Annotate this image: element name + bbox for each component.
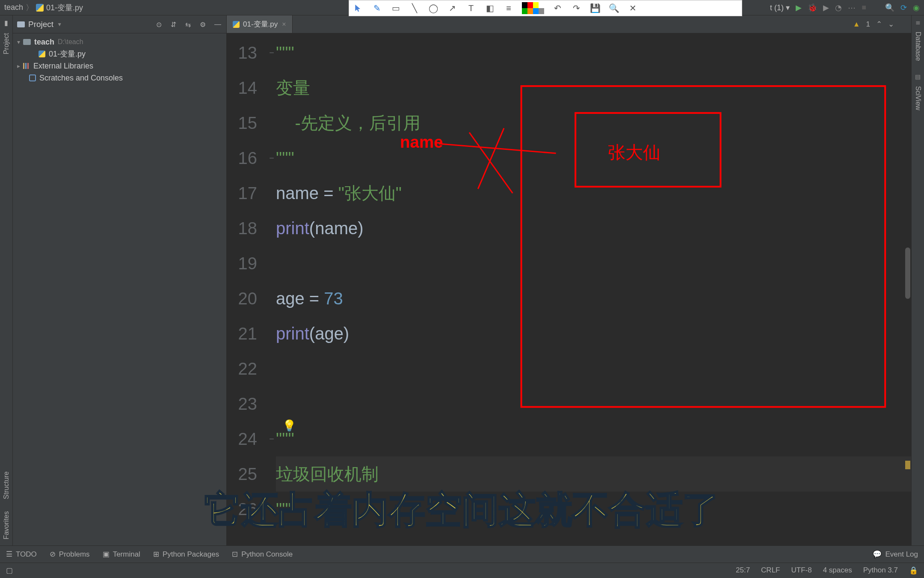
tree-root[interactable]: ▾ teach D:\teach — [13, 36, 226, 48]
hide-panel-icon[interactable]: — — [214, 21, 222, 28]
fold-column[interactable]: −−−− — [267, 33, 276, 545]
project-view-title[interactable]: Project — [28, 20, 53, 29]
code-content[interactable]: """变量 -先定义，后引用"""name = "张大仙"print(name)… — [276, 33, 911, 545]
run-with-coverage-icon[interactable]: ▶ — [823, 3, 829, 12]
close-tab-icon[interactable]: × — [282, 21, 286, 28]
folder-icon — [17, 21, 25, 27]
chevron-right-icon: 〉 — [26, 3, 33, 13]
status-bar: ▢ 25:7 CRLF UTF-8 4 spaces Python 3.7 🔒 — [0, 563, 924, 578]
code-area[interactable]: 1314151617181920212223242526 −−−− """变量 … — [227, 33, 911, 545]
save-icon[interactable]: 💾 — [589, 3, 601, 14]
lock-icon[interactable]: 🔒 — [909, 566, 918, 575]
status-position[interactable]: 25:7 — [736, 566, 750, 575]
python-file-icon — [38, 51, 45, 57]
event-log-button[interactable]: 💬Event Log — [873, 550, 918, 559]
editor: 01-变量.py × ▲ 1 ⌃ ⌄ 131415161718192021222… — [227, 15, 911, 545]
profile-icon[interactable]: ◔ — [835, 3, 842, 12]
run-icon[interactable]: ▶ — [796, 3, 802, 12]
search-everywhere-icon[interactable]: 🔍 — [885, 3, 894, 12]
update-icon[interactable]: ⟳ — [900, 3, 907, 12]
python-file-icon — [36, 4, 44, 12]
chevron-down-icon[interactable]: ▾ — [17, 39, 23, 45]
stroke-width-icon[interactable]: ≡ — [503, 3, 514, 14]
status-interpreter[interactable]: Python 3.7 — [863, 566, 898, 575]
problems-tool-button[interactable]: ⊘Problems — [50, 550, 90, 559]
database-tool-button[interactable]: Database — [914, 32, 922, 61]
video-subtitle: 它还占着内存空间这就不合适了 — [0, 485, 924, 535]
text-tool-icon[interactable]: T — [465, 3, 477, 14]
status-encoding[interactable]: UTF-8 — [791, 566, 812, 575]
project-tree[interactable]: ▾ teach D:\teach 01-变量.py ▸ External Lib… — [13, 33, 226, 86]
status-indent[interactable]: 4 spaces — [823, 566, 852, 575]
database-tool-icon[interactable]: ≣ — [915, 19, 921, 26]
line-gutter: 1314151617181920212223242526 — [227, 33, 267, 545]
project-panel: Project ▼ ⊙ ⇵ ⇆ ⚙ — ▾ teach D:\teach 01-… — [13, 15, 227, 545]
stop-icon[interactable]: ■ — [862, 3, 866, 12]
packages-icon: ⊞ — [153, 550, 159, 559]
tree-external-libs[interactable]: ▸ External Libraries — [13, 60, 226, 72]
chevron-down-icon[interactable]: ▼ — [57, 21, 62, 27]
folder-icon — [23, 39, 31, 45]
scrollbar-marker — [905, 461, 910, 469]
line-tool-icon[interactable]: ╲ — [409, 3, 420, 14]
left-tool-strip: ▮ Project Structure Favorites — [0, 15, 13, 545]
rect-tool-icon[interactable]: ▭ — [390, 3, 401, 14]
arrow-tool-icon[interactable]: ↗ — [447, 3, 458, 14]
chevron-up-icon[interactable]: ⌃ — [876, 20, 882, 29]
todo-icon: ☰ — [6, 550, 12, 559]
chevron-down-icon[interactable]: ⌄ — [888, 20, 894, 29]
library-icon — [23, 63, 30, 69]
console-icon: ⊡ — [232, 550, 238, 559]
event-log-icon: 💬 — [873, 550, 882, 559]
eraser-tool-icon[interactable]: ◧ — [484, 3, 495, 14]
todo-tool-button[interactable]: ☰TODO — [6, 550, 37, 559]
warning-count: 1 — [866, 20, 870, 29]
pen-tool-icon[interactable]: ✎ — [371, 3, 382, 14]
close-icon[interactable]: ✕ — [627, 3, 638, 14]
tree-file[interactable]: 01-变量.py — [13, 48, 226, 60]
bottom-tool-bar: ☰TODO ⊘Problems ▣Terminal ⊞Python Packag… — [0, 545, 924, 563]
project-panel-header: Project ▼ ⊙ ⇵ ⇆ ⚙ — — [13, 15, 226, 33]
intention-bulb-icon[interactable]: 💡 — [282, 419, 296, 432]
editor-tab[interactable]: 01-变量.py × — [227, 15, 293, 33]
right-tool-strip: ≣ Database ▤ SciView — [911, 15, 924, 545]
expand-all-icon[interactable]: ⇵ — [171, 21, 178, 28]
python-console-tool-button[interactable]: ⊡Python Console — [232, 550, 293, 559]
tool-window-quick-access-icon[interactable]: ▢ — [6, 566, 13, 575]
redo-icon[interactable]: ↷ — [571, 3, 582, 14]
cursor-tool-icon[interactable] — [352, 3, 364, 14]
python-file-icon — [233, 21, 240, 28]
ide-settings-icon[interactable]: ◉ — [913, 3, 920, 12]
inspections-widget[interactable]: ▲ 1 ⌃ ⌄ — [853, 20, 894, 29]
annotation-toolbar[interactable]: ✎ ▭ ╲ ◯ ↗ T ◧ ≡ ↶ ↷ 💾 🔍 ✕ — [349, 0, 742, 16]
scratches-icon — [29, 74, 36, 81]
scrollbar-thumb[interactable] — [905, 247, 910, 299]
sciview-tool-button[interactable]: SciView — [914, 86, 922, 110]
terminal-tool-button[interactable]: ▣Terminal — [103, 550, 140, 559]
breadcrumb-project[interactable]: teach — [4, 3, 23, 12]
circle-tool-icon[interactable]: ◯ — [428, 3, 439, 14]
debug-icon[interactable]: 🐞 — [808, 3, 817, 12]
sciview-tool-icon[interactable]: ▤ — [915, 73, 921, 80]
select-opened-file-icon[interactable]: ⊙ — [156, 21, 164, 28]
breadcrumb-file[interactable]: 01-变量.py — [46, 3, 83, 13]
run-config-selector[interactable]: t (1) ▾ — [770, 3, 790, 12]
undo-icon[interactable]: ↶ — [552, 3, 563, 14]
status-line-separator[interactable]: CRLF — [761, 566, 780, 575]
warning-icon: ▲ — [853, 20, 860, 29]
zoom-icon[interactable]: 🔍 — [608, 3, 619, 14]
tab-label: 01-变量.py — [243, 19, 278, 29]
color-palette[interactable] — [522, 2, 544, 14]
settings-gear-icon[interactable]: ⚙ — [200, 21, 207, 28]
chevron-right-icon[interactable]: ▸ — [17, 63, 23, 69]
project-tool-folder-icon[interactable]: ▮ — [4, 19, 8, 27]
tree-scratches[interactable]: Scratches and Consoles — [13, 72, 226, 84]
problems-icon: ⊘ — [50, 550, 56, 559]
attach-icon[interactable]: ⋯ — [848, 3, 856, 12]
packages-tool-button[interactable]: ⊞Python Packages — [153, 550, 219, 559]
editor-tabs: 01-变量.py × — [227, 15, 911, 33]
project-tool-button[interactable]: Project — [3, 33, 10, 54]
terminal-icon: ▣ — [103, 550, 110, 559]
collapse-all-icon[interactable]: ⇆ — [185, 21, 193, 28]
